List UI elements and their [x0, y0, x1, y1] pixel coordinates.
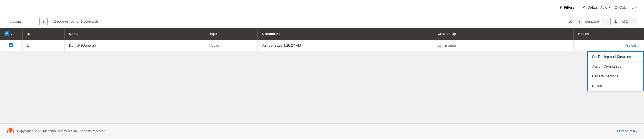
cell-created-at: Jun 29, 2020 4:29:27 AM	[258, 40, 433, 51]
filter-icon: ▼	[559, 5, 562, 9]
columns-label: Columns	[619, 5, 633, 9]
footer-copyright: Copyright © 2023 Magento Commerce Inc. A…	[17, 129, 106, 133]
header-name[interactable]: Name	[64, 28, 205, 40]
records-info: 1 records found (1 selected)	[54, 19, 98, 23]
per-page-select[interactable]: 20 ▼	[565, 18, 583, 25]
empty-space	[0, 51, 644, 123]
prev-page-button[interactable]: ‹	[601, 18, 609, 25]
table-row: 1 Default (General) Public Jun 29, 2020 …	[0, 40, 644, 51]
page-nav: ‹ of 1 ›	[601, 18, 637, 25]
cell-type: Public	[205, 40, 257, 51]
header-checkbox-cell: ▼	[0, 28, 22, 40]
select-label: Select	[626, 43, 636, 47]
per-page-label: per page	[585, 19, 599, 23]
svg-rect-2	[10, 130, 11, 133]
chevron-left-icon: ‹	[605, 20, 606, 23]
default-view-label: Default View	[587, 5, 607, 9]
action-dropdown-item[interactable]: General Settings	[588, 71, 643, 81]
columns-control[interactable]: ⚙ Columns ▼	[614, 5, 637, 10]
action-dropdown-item[interactable]: Assign Companies	[588, 62, 643, 71]
header-created-by-label: Created By	[438, 32, 456, 36]
sort-id-icon: ↑	[32, 32, 34, 36]
select-all-checkbox[interactable]	[5, 31, 9, 36]
header-type-label: Type	[209, 32, 217, 36]
select-chevron-up-icon: ▲	[637, 44, 639, 47]
header-type[interactable]: Type	[205, 28, 257, 40]
per-page-arrow[interactable]: ▼	[576, 18, 583, 25]
cell-id: 1	[22, 40, 64, 51]
row-checkbox-cell	[0, 40, 22, 51]
action-dropdown-item[interactable]: Delete	[588, 81, 643, 91]
header-created-at[interactable]: Created At	[258, 28, 433, 40]
pagination-right: 20 ▼ per page ‹ of 1 ›	[565, 18, 637, 25]
filters-label: Filters	[564, 5, 574, 9]
select-action-link[interactable]: Select ▲	[578, 43, 639, 47]
gear-icon: ⚙	[614, 5, 618, 10]
eye-icon: 👁	[582, 5, 586, 10]
actions-select-arrow[interactable]: ▼	[39, 18, 47, 25]
footer-right: Privacy Policy	[617, 129, 637, 133]
header-created-by[interactable]: Created By	[433, 28, 574, 40]
magento-logo	[7, 127, 14, 135]
actions-select[interactable]: Actions ▼	[7, 18, 48, 25]
chevron-down-icon-4: ▼	[578, 20, 581, 23]
header-name-label: Name	[69, 32, 78, 36]
page-wrapper: ▼ Filters 👁 Default View ▼ ⚙ Columns ▼ A…	[0, 0, 644, 139]
next-page-button[interactable]: ›	[629, 18, 637, 25]
filters-button[interactable]: ▼ Filters	[555, 4, 578, 11]
page-number-input[interactable]	[610, 18, 621, 25]
footer: Copyright © 2023 Magento Commerce Inc. A…	[0, 123, 644, 139]
per-page-value: 20	[565, 18, 576, 25]
toolbar-top: ▼ Filters 👁 Default View ▼ ⚙ Columns ▼	[0, 0, 644, 15]
privacy-link[interactable]: Privacy Policy	[617, 129, 637, 133]
chevron-down-icon-2: ▼	[635, 6, 637, 9]
header-id-label: ID	[27, 32, 30, 36]
chevron-down-icon-3: ▼	[42, 20, 45, 23]
cell-name: Default (General)	[64, 40, 205, 51]
header-action-label: Action	[578, 32, 589, 36]
sort-checkbox-icon: ▼	[11, 33, 13, 36]
cell-created-by: admin admin	[433, 40, 574, 51]
action-dropdown-item[interactable]: Set Pricing and Structure	[588, 52, 643, 62]
default-view-control[interactable]: 👁 Default View ▼	[582, 5, 611, 10]
header-id[interactable]: ID ↑	[22, 28, 64, 40]
action-dropdown: Set Pricing and StructureAssign Companie…	[587, 51, 644, 91]
header-created-at-label: Created At	[262, 32, 280, 36]
actions-bar: Actions ▼ 1 records found (1 selected) 2…	[0, 15, 644, 28]
actions-left: Actions ▼ 1 records found (1 selected)	[7, 18, 98, 25]
row-checkbox-0[interactable]	[9, 43, 13, 47]
table-header-row: ▼ ID ↑ Name Type Created At Created By	[0, 28, 644, 40]
of-label: of	[622, 19, 625, 23]
header-action: Action	[574, 28, 644, 40]
data-table: ▼ ID ↑ Name Type Created At Created By	[0, 28, 644, 51]
actions-select-label: Actions	[7, 18, 39, 25]
chevron-right-icon: ›	[633, 20, 634, 23]
total-pages: 1	[626, 19, 628, 23]
chevron-down-icon: ▼	[609, 6, 611, 9]
cell-action: Select ▲	[574, 40, 644, 51]
footer-left: Copyright © 2023 Magento Commerce Inc. A…	[7, 127, 106, 135]
